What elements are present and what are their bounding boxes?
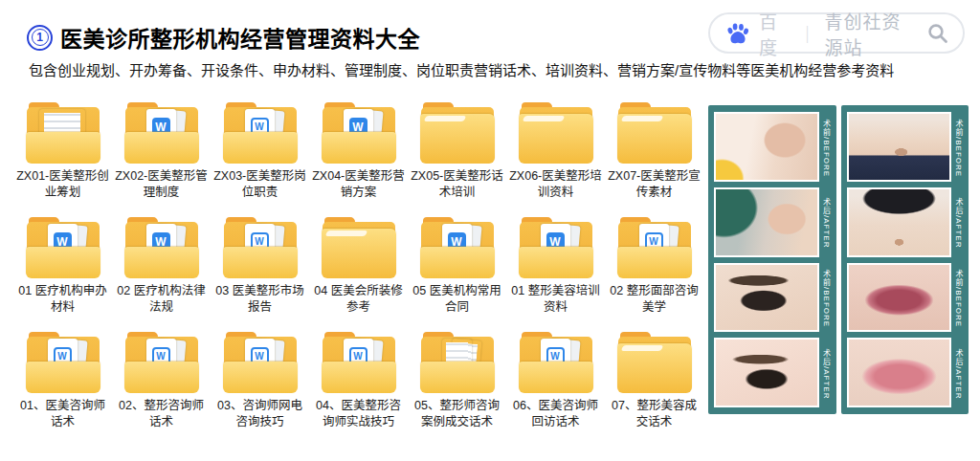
folder-icon: W — [322, 332, 396, 393]
folder-item[interactable]: W 02 医疗机构法律法规 — [112, 214, 211, 329]
folder-icon: W — [420, 217, 495, 278]
gallery-column-left: 术前/BEFORE 术后/AFTER 术前/BEFORE 术后/AFTER — [708, 105, 836, 414]
photo-eye-after — [714, 338, 819, 407]
folder-icon: W — [124, 102, 199, 164]
folder-item[interactable]: W ZX05-医美整形话术培训 — [408, 99, 506, 214]
folder-item[interactable]: W 01 医疗机构申办材料 — [13, 214, 112, 329]
photo-lips-before — [847, 263, 952, 333]
folder-item[interactable]: W 03、咨询师网电咨询技巧 — [211, 329, 309, 444]
photo-cell: 术前/BEFORE — [714, 112, 833, 182]
folder-label: 03 医美整形市场报告 — [211, 283, 309, 315]
circled-one-number: 1 — [32, 29, 49, 46]
photo-eye-before — [714, 263, 819, 333]
before-after-gallery: 术前/BEFORE 术后/AFTER 术前/BEFORE 术后/AFTER 术前… — [708, 105, 969, 414]
folder-label: ZX04-医美整形营销方案 — [309, 168, 408, 200]
photo-stage-tag: 术前/BEFORE — [951, 112, 965, 182]
folder-item[interactable]: W ZX07-医美整形宣传素材 — [605, 99, 703, 214]
folder-item[interactable]: W 05 医美机构常用合同 — [408, 214, 506, 329]
folder-icon: W — [420, 102, 495, 164]
gallery-column-right: 术前/BEFORE 术后/AFTER 术前/BEFORE 术后/AFTER — [841, 105, 969, 414]
folder-icon: W — [519, 332, 593, 393]
folder-item[interactable]: W ZX02-医美整形管理制度 — [112, 99, 211, 214]
folder-label: ZX03-医美整形岗位职责 — [211, 168, 309, 200]
folder-icon: W — [322, 102, 396, 164]
folder-label: 04 医美会所装修参考 — [309, 283, 408, 315]
folder-icon: W — [420, 332, 495, 393]
folder-label: 02、整形咨询师话术 — [112, 398, 211, 429]
site-label: 青创社资源站 — [825, 8, 919, 59]
photo-stage-tag: 术后/AFTER — [819, 338, 833, 407]
folder-icon: W — [124, 332, 199, 393]
photo-cell: 术后/AFTER — [847, 187, 966, 257]
photo-cell: 术后/AFTER — [714, 187, 833, 257]
photo-stage-tag: 术后/AFTER — [951, 187, 965, 257]
folder-label: ZX05-医美整形话术培训 — [408, 168, 506, 200]
photo-cell: 术后/AFTER — [714, 338, 833, 407]
folder-item[interactable]: W 02、整形咨询师话术 — [112, 329, 211, 444]
folder-item[interactable]: W 01、医美咨询师话术 — [13, 329, 112, 444]
folder-item[interactable]: W ZX03-医美整形岗位职责 — [211, 99, 309, 214]
folder-item[interactable]: W 05、整形师咨询案例成交话术 — [408, 329, 506, 444]
baidu-label: 百度 — [759, 8, 791, 59]
folder-item[interactable]: W 04 医美会所装修参考 — [309, 214, 408, 329]
folder-icon: W — [617, 102, 692, 164]
folder-item[interactable]: W 07、整形美容成交话术 — [605, 329, 703, 444]
folder-label: 02 医疗机构法律法规 — [112, 283, 211, 315]
folder-item[interactable]: W 02 整形面部咨询美学 — [605, 214, 703, 329]
photo-stage-tag: 术前/BEFORE — [951, 263, 965, 333]
folder-icon: W — [519, 102, 593, 164]
folder-label: 06、医美咨询师回访话术 — [506, 398, 605, 429]
folder-label: 05 医美机构常用合同 — [408, 283, 506, 315]
subtitle: 包含创业规划、开办筹备、开设条件、申办材料、管理制度、岗位职责营销话术、培训资料… — [29, 59, 894, 79]
search-pill[interactable]: 百度 ｜ 青创社资源站 — [708, 12, 965, 54]
photo-nose-before — [714, 112, 819, 182]
folder-label: 07、整形美容成交话术 — [605, 398, 703, 429]
folder-label: ZX01-医美整形创业筹划 — [13, 168, 112, 200]
folder-label: 01 整形美容培训资料 — [506, 283, 605, 315]
folder-label: 01 医疗机构申办材料 — [13, 283, 112, 315]
folder-label: 02 整形面部咨询美学 — [605, 283, 703, 315]
photo-cell: 术前/BEFORE — [847, 263, 966, 333]
photo-lips-after — [847, 338, 952, 407]
folder-icon: W — [322, 217, 396, 278]
photo-body-before — [847, 112, 952, 182]
folder-item[interactable]: W ZX06-医美整形培训资料 — [506, 99, 605, 214]
folder-label: 01、医美咨询师话术 — [13, 398, 112, 429]
photo-cell: 术前/BEFORE — [714, 263, 833, 333]
photo-nose-after — [714, 187, 819, 257]
folder-label: ZX06-医美整形培训资料 — [506, 168, 605, 200]
photo-stage-tag: 术前/BEFORE — [819, 263, 833, 333]
folder-icon: W — [223, 102, 298, 164]
folder-icon: W — [223, 217, 298, 278]
folder-label: ZX07-医美整形宣传素材 — [605, 168, 703, 200]
folder-item[interactable]: W ZX01-医美整形创业筹划 — [13, 99, 112, 214]
page: 1 医美诊所整形机构经营管理资料大全 百度 ｜ 青创社资源站 包含创业规划、开办… — [0, 0, 980, 461]
pill-divider: ｜ — [799, 21, 816, 46]
folder-item[interactable]: W 01 整形美容培训资料 — [506, 214, 605, 329]
folder-item[interactable]: W 06、医美咨询师回访话术 — [506, 329, 605, 444]
page-title: 医美诊所整形机构经营管理资料大全 — [60, 21, 420, 54]
folder-item[interactable]: W 04、医美整形咨询师实战技巧 — [309, 329, 408, 444]
baidu-paw-icon — [725, 22, 750, 45]
photo-stage-tag: 术后/AFTER — [819, 187, 833, 257]
folder-label: 05、整形师咨询案例成交话术 — [408, 398, 506, 429]
folder-label: 03、咨询师网电咨询技巧 — [211, 398, 309, 429]
folder-label: 04、医美整形咨询师实战技巧 — [309, 398, 408, 429]
folder-item[interactable]: W 03 医美整形市场报告 — [211, 214, 309, 329]
circled-one-icon: 1 — [27, 25, 53, 51]
folder-icon: W — [124, 217, 199, 278]
photo-cell: 术前/BEFORE — [847, 112, 966, 182]
folder-item[interactable]: W ZX04-医美整形营销方案 — [309, 99, 408, 214]
folder-icon: W — [617, 217, 692, 278]
photo-body-after — [847, 187, 952, 257]
search-icon[interactable] — [926, 22, 949, 45]
folder-grid: W ZX01-医美整形创业筹划 W ZX02-医美整形管理制度 W ZX03-医… — [13, 99, 703, 444]
folder-icon: W — [519, 217, 593, 278]
header: 1 医美诊所整形机构经营管理资料大全 — [27, 21, 420, 54]
folder-icon: W — [26, 217, 100, 278]
photo-cell: 术后/AFTER — [847, 338, 966, 407]
folder-label: ZX02-医美整形管理制度 — [112, 168, 211, 200]
photo-stage-tag: 术前/BEFORE — [819, 112, 833, 182]
folder-icon: W — [26, 332, 100, 393]
folder-icon: W — [617, 332, 692, 393]
